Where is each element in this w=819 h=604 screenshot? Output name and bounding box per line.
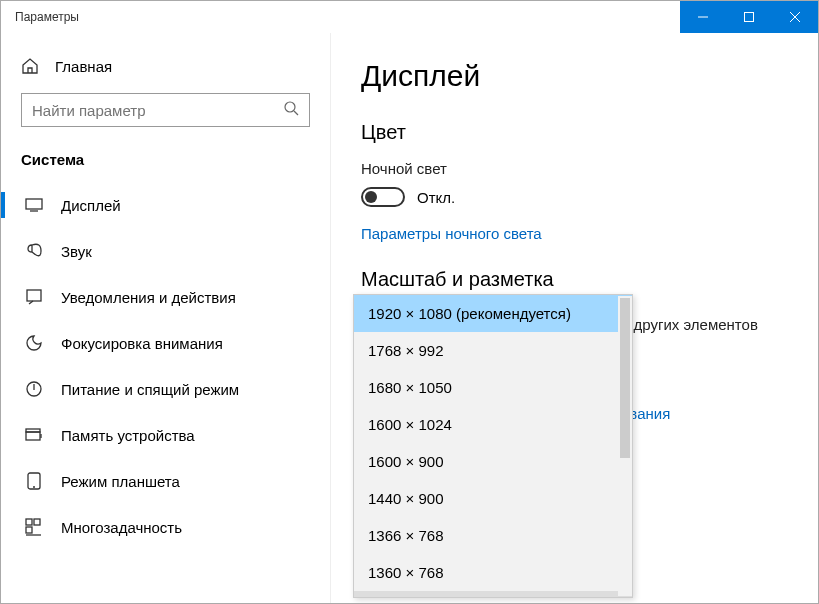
nav-icon-4	[25, 380, 43, 398]
nav-label-1: Звук	[61, 243, 92, 260]
close-icon	[790, 12, 800, 22]
nav-icon-5	[25, 426, 43, 444]
minimize-button[interactable]	[680, 1, 726, 33]
resolution-option-2[interactable]: 1680 × 1050	[354, 369, 632, 406]
nav-label-0: Дисплей	[61, 197, 121, 214]
titlebar: Параметры	[1, 1, 818, 33]
resolution-option-6[interactable]: 1366 × 768	[354, 517, 632, 554]
resolution-option-1[interactable]: 1768 × 992	[354, 332, 632, 369]
nav-label-7: Многозадачность	[61, 519, 182, 536]
nav-item-3[interactable]: Фокусировка внимания	[1, 320, 330, 366]
svg-point-4	[285, 102, 295, 112]
svg-rect-18	[26, 527, 32, 533]
nav-item-2[interactable]: Уведомления и действия	[1, 274, 330, 320]
nav-item-5[interactable]: Память устройства	[1, 412, 330, 458]
dropdown-scrollbar[interactable]	[618, 296, 632, 596]
svg-line-5	[294, 111, 298, 115]
dropdown-scroll-thumb[interactable]	[620, 298, 630, 458]
resolution-dropdown[interactable]: 1920 × 1080 (рекомендуется)1768 × 992168…	[353, 294, 633, 598]
night-light-settings-link[interactable]: Параметры ночного света	[361, 225, 542, 242]
nav-label-4: Питание и спящий режим	[61, 381, 239, 398]
nav-icon-3	[25, 334, 43, 352]
svg-rect-17	[34, 519, 40, 525]
resolution-option-4[interactable]: 1600 × 900	[354, 443, 632, 480]
partial-text-1: и других элементов	[621, 316, 758, 333]
nav-icon-6	[25, 472, 43, 490]
nav-item-6[interactable]: Режим планшета	[1, 458, 330, 504]
nav-item-1[interactable]: Звук	[1, 228, 330, 274]
page-title: Дисплей	[361, 59, 788, 93]
nav-label-6: Режим планшета	[61, 473, 180, 490]
home-icon	[21, 57, 39, 75]
night-light-toggle-row: Откл.	[361, 187, 788, 207]
nav-icon-1	[25, 242, 43, 260]
nav-list: ДисплейЗвукУведомления и действияФокусир…	[1, 182, 330, 550]
nav-icon-0	[25, 196, 43, 214]
nav-icon-7	[25, 518, 43, 536]
night-light-label: Ночной свет	[361, 160, 788, 177]
home-link[interactable]: Главная	[1, 47, 330, 89]
nav-label-2: Уведомления и действия	[61, 289, 236, 306]
resolution-option-7[interactable]: 1360 × 768	[354, 554, 632, 591]
toggle-state: Откл.	[417, 189, 455, 206]
nav-icon-2	[25, 288, 43, 306]
svg-rect-12	[26, 429, 40, 432]
window-controls	[680, 1, 818, 33]
svg-rect-6	[26, 199, 42, 209]
svg-rect-8	[27, 290, 41, 301]
resolution-option-8[interactable]: 1280 × 1024	[354, 591, 632, 597]
search-input[interactable]	[21, 93, 310, 127]
search-icon	[284, 101, 299, 120]
search-field[interactable]	[32, 102, 284, 119]
nav-item-7[interactable]: Многозадачность	[1, 504, 330, 550]
night-light-toggle[interactable]	[361, 187, 405, 207]
svg-rect-11	[26, 432, 40, 440]
close-button[interactable]	[772, 1, 818, 33]
section-title: Система	[1, 145, 330, 182]
svg-rect-1	[745, 13, 754, 22]
sidebar: Главная Система ДисплейЗвукУведомления и…	[1, 33, 331, 603]
nav-item-4[interactable]: Питание и спящий режим	[1, 366, 330, 412]
nav-item-0[interactable]: Дисплей	[1, 182, 330, 228]
nav-label-3: Фокусировка внимания	[61, 335, 223, 352]
resolution-option-3[interactable]: 1600 × 1024	[354, 406, 632, 443]
window-title: Параметры	[1, 10, 79, 24]
nav-label-5: Память устройства	[61, 427, 195, 444]
maximize-icon	[744, 12, 754, 22]
maximize-button[interactable]	[726, 1, 772, 33]
svg-rect-16	[26, 519, 32, 525]
dropdown-list: 1920 × 1080 (рекомендуется)1768 × 992168…	[354, 295, 632, 597]
minimize-icon	[698, 12, 708, 22]
section-color: Цвет	[361, 121, 788, 144]
section-scale: Масштаб и разметка	[361, 268, 788, 291]
resolution-option-0[interactable]: 1920 × 1080 (рекомендуется)	[354, 295, 632, 332]
home-label: Главная	[55, 58, 112, 75]
resolution-option-5[interactable]: 1440 × 900	[354, 480, 632, 517]
